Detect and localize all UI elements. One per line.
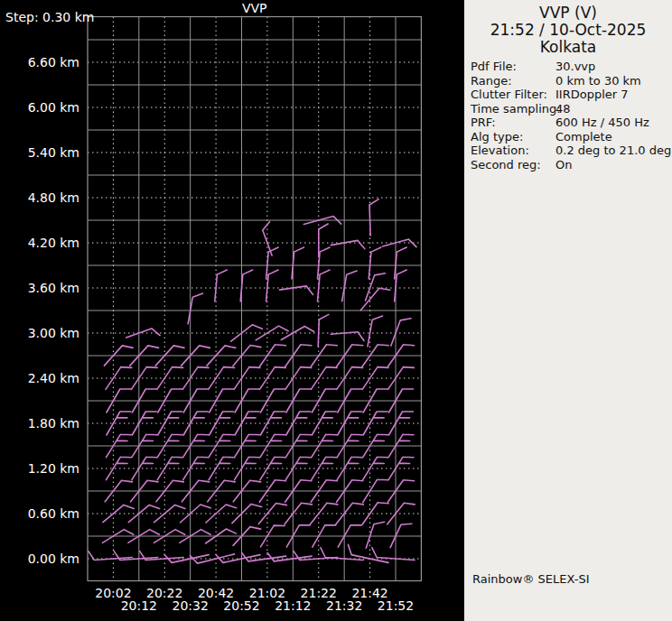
wind-barb <box>312 457 337 479</box>
wind-barb <box>240 270 252 301</box>
x-axis-label: 21:12 <box>275 598 311 613</box>
y-axis-label: 3.00 km <box>28 326 79 340</box>
radar-app-window: VVPStep: 0.30 km0.00 km0.60 km1.20 km1.8… <box>0 0 672 621</box>
wind-barb <box>318 314 329 347</box>
parameter-row: Pdf File:30.vvp <box>471 60 670 74</box>
wind-barb <box>260 367 286 390</box>
y-axis-label: 6.00 km <box>28 100 79 115</box>
brand-label: Rainbow® SELEX-SI <box>472 572 590 586</box>
x-axis-label: 21:32 <box>326 598 362 613</box>
product-datetime: 21:52 / 10-Oct-2025 <box>464 22 672 39</box>
parameter-row: Alg type:Complete <box>471 130 670 144</box>
y-axis-label: 1.20 km <box>28 461 79 476</box>
parameter-key: Pdf File: <box>471 60 555 74</box>
wind-barb <box>182 367 209 390</box>
vvp-time-height-chart: VVPStep: 0.30 km0.00 km0.60 km1.20 km1.8… <box>0 0 464 621</box>
y-axis-label: 0.60 km <box>28 506 79 521</box>
wind-barb <box>363 412 387 435</box>
wind-barb <box>372 548 415 561</box>
wind-barb <box>388 457 414 479</box>
parameter-value: On <box>555 158 670 172</box>
wind-barb <box>132 412 156 435</box>
wind-barb <box>183 457 209 479</box>
wind-barb <box>131 367 157 390</box>
wind-barb <box>366 522 384 548</box>
wind-barb <box>318 270 331 301</box>
product-title: VVP (V) <box>464 5 672 22</box>
parameter-key: Second reg: <box>471 158 555 172</box>
parameter-value: 0.2 deg to 21.0 deg <box>555 144 671 158</box>
x-axis-label: 20:52 <box>223 598 259 613</box>
y-axis-label: 3.60 km <box>28 281 79 295</box>
parameter-row: PRF:600 Hz / 450 Hz <box>471 116 670 130</box>
wind-barb <box>280 286 313 295</box>
parameter-list: Pdf File:30.vvpRange:0 km to 30 kmClutte… <box>471 60 670 171</box>
parameter-value: 600 Hz / 450 Hz <box>555 116 670 130</box>
y-axis-label: 4.20 km <box>28 236 79 250</box>
wind-barb <box>363 457 388 479</box>
wind-barb <box>106 367 132 390</box>
panel-header: VVP (V) 21:52 / 10-Oct-2025 Kolkata <box>464 0 672 56</box>
wind-barb <box>331 332 364 341</box>
wind-barbs <box>89 199 416 563</box>
product-info-panel: VVP (V) 21:52 / 10-Oct-2025 Kolkata Pdf … <box>464 0 672 621</box>
parameter-row: Range:0 km to 30 km <box>471 74 670 88</box>
x-axis-label: 20:32 <box>172 598 208 613</box>
chart-title: VVP <box>242 1 267 15</box>
wind-barb <box>107 412 131 435</box>
wind-barb <box>311 367 337 390</box>
y-axis-label: 1.80 km <box>28 416 79 431</box>
y-axis-label: 4.80 km <box>28 190 79 205</box>
parameter-value: Complete <box>555 130 670 144</box>
wind-barb <box>210 412 234 435</box>
wind-barb <box>107 457 132 479</box>
wind-barb <box>391 319 411 346</box>
y-axis-label: 5.40 km <box>28 145 79 160</box>
wind-barb <box>266 270 279 301</box>
wind-barb <box>362 367 388 390</box>
parameter-row: Elevation:0.2 deg to 21.0 deg <box>471 144 670 158</box>
parameter-row: Second reg:On <box>471 158 670 172</box>
wind-barb <box>132 457 157 479</box>
parameter-value: IIRDoppler 7 <box>555 88 670 102</box>
parameter-value: 30.vvp <box>555 60 670 74</box>
parameter-row: Clutter Filter:IIRDoppler 7 <box>471 88 670 102</box>
wind-barb <box>388 367 415 390</box>
parameter-row: Time sampling:48 <box>471 102 670 116</box>
parameter-value: 48 <box>555 102 670 116</box>
parameter-key: Range: <box>471 74 555 88</box>
parameter-key: Clutter Filter: <box>471 88 555 102</box>
parameter-key: PRF: <box>471 116 555 130</box>
parameter-key: Elevation: <box>471 144 555 158</box>
step-label: Step: 0.30 km <box>5 10 94 24</box>
y-axis-label: 2.40 km <box>28 371 79 385</box>
wind-barb <box>285 503 312 524</box>
vvp-plot-region: VVPStep: 0.30 km0.00 km0.60 km1.20 km1.8… <box>0 0 464 621</box>
wind-barb <box>209 457 234 479</box>
wind-barb <box>215 270 227 301</box>
site-name: Kolkata <box>464 39 672 56</box>
x-axis-label: 20:12 <box>121 598 157 613</box>
wind-barb <box>286 412 311 435</box>
wind-barb <box>285 367 312 390</box>
wind-barb <box>285 457 311 479</box>
parameter-key: Alg type: <box>471 130 555 144</box>
x-axis-label: 21:52 <box>378 598 414 613</box>
y-axis-label: 0.00 km <box>28 551 79 566</box>
parameter-value: 0 km to 30 km <box>555 74 670 88</box>
wind-barb <box>395 270 406 301</box>
y-axis-label: 6.60 km <box>28 55 79 70</box>
parameter-key: Time sampling: <box>471 102 555 116</box>
wind-barb <box>292 247 304 279</box>
wind-barb <box>89 551 133 561</box>
wind-barb <box>331 240 364 248</box>
wind-barb <box>209 367 235 390</box>
wind-barb <box>360 288 389 310</box>
wind-barb <box>369 199 378 236</box>
